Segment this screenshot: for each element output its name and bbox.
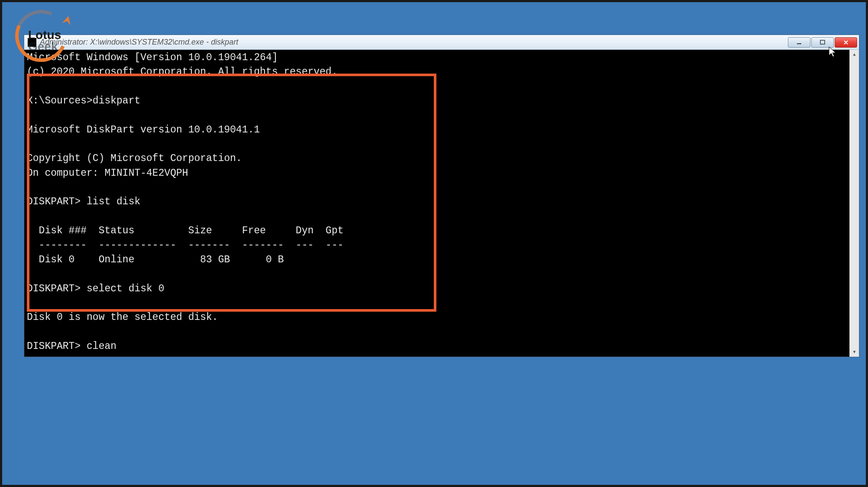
close-icon xyxy=(843,40,849,45)
cmd-select-disk: DISKPART> select disk 0 xyxy=(27,283,164,294)
cmd-clean: DISKPART> clean xyxy=(27,341,116,352)
banner-line-2: (c) 2020 Microsoft Corporation. All righ… xyxy=(27,66,338,77)
terminal-output[interactable]: Microsoft Windows [Version 10.0.19041.26… xyxy=(24,50,849,357)
svg-rect-0 xyxy=(797,43,801,44)
scroll-down-icon[interactable]: ▼ xyxy=(850,347,859,357)
logo-text: Lotus Geek xyxy=(28,29,61,52)
maximize-icon xyxy=(820,40,826,45)
diskpart-version: Microsoft DiskPart version 10.0.19041.1 xyxy=(27,124,260,135)
cmd-list-disk: DISKPART> list disk xyxy=(27,196,140,207)
msg-disk-selected: Disk 0 is now the selected disk. xyxy=(27,312,218,323)
disk-table-divider: -------- ------------- ------- ------- -… xyxy=(27,239,344,251)
diskpart-copyright: Copyright (C) Microsoft Corporation. xyxy=(27,153,242,164)
titlebar[interactable]: Administrator: X:\windows\SYSTEM32\cmd.e… xyxy=(24,35,859,50)
diskpart-computer: On computer: MININT-4E2VQPH xyxy=(27,168,188,179)
cmd-window: Administrator: X:\windows\SYSTEM32\cmd.e… xyxy=(24,35,859,357)
logo-line-2: Geek xyxy=(28,41,61,53)
terminal-area: Microsoft Windows [Version 10.0.19041.26… xyxy=(24,50,859,357)
disk-table-header: Disk ### Status Size Free Dyn Gpt xyxy=(27,225,344,236)
lotus-geek-logo: Lotus Geek xyxy=(13,8,78,64)
prompt-diskpart: X:\Sources>diskpart xyxy=(27,95,140,106)
window-controls xyxy=(788,37,857,48)
minimize-icon xyxy=(796,40,802,45)
vertical-scrollbar[interactable]: ▲ ▼ xyxy=(849,50,859,357)
minimize-button[interactable] xyxy=(788,37,810,48)
scroll-up-icon[interactable]: ▲ xyxy=(850,50,859,59)
close-button[interactable] xyxy=(835,37,857,48)
svg-rect-1 xyxy=(820,40,825,44)
disk-table-row: Disk 0 Online 83 GB 0 B xyxy=(27,254,284,265)
logo-line-1: Lotus xyxy=(28,29,61,41)
window-title: Administrator: X:\windows\SYSTEM32\cmd.e… xyxy=(40,38,788,47)
mouse-cursor-icon xyxy=(828,46,837,58)
